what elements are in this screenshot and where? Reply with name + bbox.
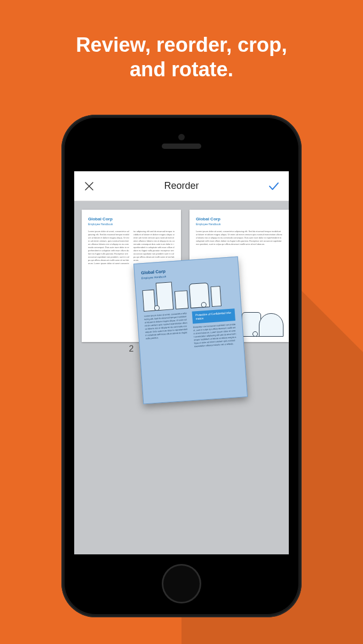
phone-frame: Reorder Global Corp Employee Handbook Lo… bbox=[61, 115, 302, 617]
app-screen: Reorder Global Corp Employee Handbook Lo… bbox=[74, 171, 289, 554]
doc-subtitle: Employee Handbook bbox=[88, 222, 175, 227]
phone-earpiece bbox=[162, 144, 201, 149]
navbar: Reorder bbox=[74, 171, 289, 201]
close-icon bbox=[84, 181, 94, 192]
doc-title: Global Corp bbox=[196, 216, 282, 222]
headline-line-1: Review, reorder, crop, bbox=[76, 34, 287, 56]
doc-body: Lorem ipsum dolor sit amet, consectetur … bbox=[144, 308, 237, 352]
doc-illustration bbox=[142, 277, 234, 312]
phone-home-button bbox=[162, 564, 201, 603]
dragging-page[interactable]: Global Corp Employee Handbook Lorem ipsu… bbox=[133, 256, 248, 404]
doc-highlight: Protection of Confidential Information bbox=[192, 308, 235, 324]
doc-title: Global Corp bbox=[88, 216, 175, 222]
phone-inner: Reorder Global Corp Employee Handbook Lo… bbox=[65, 118, 298, 614]
close-button[interactable] bbox=[82, 179, 97, 194]
marketing-headline: Review, reorder, crop, and rotate. bbox=[0, 33, 363, 82]
headline-line-2: and rotate. bbox=[130, 58, 233, 81]
page-grid: Global Corp Employee Handbook Lorem ipsu… bbox=[74, 201, 289, 351]
phone-sensor bbox=[178, 134, 185, 140]
checkmark-icon bbox=[267, 180, 280, 193]
page-index-label: 2 bbox=[129, 344, 134, 354]
navbar-title: Reorder bbox=[97, 180, 266, 192]
doc-body: Lorem ipsum dolor sit amet, consectetur … bbox=[88, 230, 175, 265]
confirm-button[interactable] bbox=[266, 179, 281, 194]
doc-subtitle: Employee Handbook bbox=[196, 222, 282, 227]
